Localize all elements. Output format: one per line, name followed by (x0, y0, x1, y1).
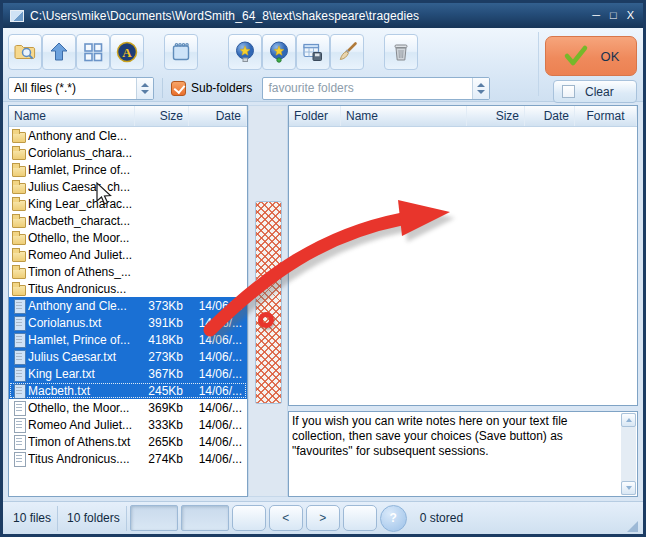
file-row[interactable]: Titus Andronicus... (9, 280, 247, 297)
status-panel (181, 505, 229, 531)
ok-button[interactable]: OK (545, 36, 637, 76)
notes-panel: If you wish you can write notes here on … (288, 411, 638, 497)
save-favourites-button[interactable] (296, 34, 330, 70)
resize-grip[interactable] (627, 521, 638, 532)
minimize-button[interactable]: ─ (592, 10, 600, 21)
font-button[interactable]: A (110, 34, 144, 70)
notes-scrollbar[interactable] (621, 413, 636, 495)
paint-button[interactable] (330, 34, 364, 70)
separator (162, 78, 163, 98)
file-row[interactable]: Timon of Athens.txt 265Kb 14/06/... (9, 433, 247, 450)
row-date: 14/06/... (187, 383, 247, 399)
column-header-date[interactable]: Date (189, 106, 247, 126)
row-name: Julius Caesar_ch... (28, 179, 137, 195)
notes-button[interactable] (164, 34, 198, 70)
drop-strip[interactable] (255, 201, 282, 404)
file-row[interactable]: Timon of Athens_... (9, 263, 247, 280)
scroll-down-button[interactable] (621, 481, 636, 495)
file-filter-spinner[interactable] (136, 78, 153, 99)
file-icon (9, 331, 28, 348)
file-filter-combo[interactable]: All files (*.*) (8, 77, 154, 100)
file-row[interactable]: Anthony and Cle... 373Kb 14/06/... (9, 297, 247, 314)
column-header-name[interactable]: Name (9, 106, 135, 126)
folder-icon (9, 212, 28, 229)
row-name: King Lear.txt (28, 366, 137, 382)
file-row[interactable]: Julius Caesar_ch... (9, 178, 247, 195)
help-button[interactable]: ? (380, 505, 407, 532)
column-header-size[interactable]: Size (135, 106, 189, 126)
tiles-view-button[interactable] (76, 34, 110, 70)
splitter-panel (248, 105, 288, 497)
file-row[interactable]: Hamlet, Prince of... 418Kb 14/06/... (9, 331, 247, 348)
parent-folder-button[interactable] (42, 34, 76, 70)
row-size: 245Kb (137, 383, 187, 399)
row-name: Coriolanus_chara... (28, 145, 137, 161)
ok-label: OK (601, 49, 620, 64)
subfolders-checkbox[interactable] (171, 81, 186, 96)
row-date: 14/06/... (187, 417, 247, 433)
file-row[interactable]: Julius Caesar.txt 273Kb 14/06/... (9, 348, 247, 365)
close-button[interactable]: X (627, 10, 634, 21)
file-row[interactable]: Othello, the Moor... 369Kb 14/06/... (9, 399, 247, 416)
row-size: 265Kb (137, 434, 187, 450)
source-list-header: Name Size Date (9, 106, 247, 127)
file-row[interactable]: Hamlet, Prince of... (9, 161, 247, 178)
row-name: Othello, the Moor... (28, 400, 137, 416)
delete-button[interactable] (384, 34, 418, 70)
save-grid-icon (301, 40, 325, 64)
toolbar-buttons: A (8, 34, 418, 70)
previous-button[interactable]: < (269, 505, 303, 531)
notes-textarea[interactable]: If you wish you can write notes here on … (289, 412, 621, 496)
file-row[interactable]: Coriolanus_chara... (9, 144, 247, 161)
folder-icon (9, 127, 28, 144)
file-row[interactable]: Romeo And Juliet... (9, 246, 247, 263)
column-header-size[interactable]: Size (467, 106, 525, 126)
blank-button[interactable] (232, 505, 266, 531)
svg-text:A: A (122, 45, 132, 60)
file-row[interactable]: King Lear_charac... (9, 195, 247, 212)
file-row[interactable]: King Lear.txt 367Kb 14/06/... (9, 365, 247, 382)
chosen-list-header: Folder Name Size Date Format (289, 106, 637, 127)
row-date: 14/06/... (187, 349, 247, 365)
folder-icon (9, 178, 28, 195)
grid-icon (81, 40, 105, 64)
row-size: 273Kb (137, 349, 187, 365)
row-date: 14/06/... (187, 298, 247, 314)
clear-label: Clear (585, 85, 614, 99)
column-header-folder[interactable]: Folder (289, 106, 341, 126)
favourite-folders-spinner[interactable] (472, 78, 489, 99)
row-date: 14/06/... (187, 400, 247, 416)
favourite-folders-combo[interactable]: favourite folders (262, 77, 490, 100)
file-row[interactable]: Anthony and Cle... (9, 127, 247, 144)
row-name: Julius Caesar.txt (28, 349, 137, 365)
folder-icon (9, 263, 28, 280)
file-row[interactable]: Coriolanus.txt 391Kb 14/06/... (9, 314, 247, 331)
row-name: Anthony and Cle... (28, 128, 137, 144)
file-row[interactable]: Macbeth_charact... (9, 212, 247, 229)
blank-button[interactable] (343, 505, 377, 531)
file-row[interactable]: Titus Andronicus.... 274Kb 14/06/... (9, 450, 247, 467)
file-row[interactable]: Othello, the Moor... (9, 229, 247, 246)
clear-button[interactable]: Clear (553, 80, 637, 103)
column-header-format[interactable]: Format (575, 106, 637, 126)
filter-row: All files (*.*) Sub-folders favourite fo… (8, 76, 490, 100)
folders-count: 10 folders (61, 506, 127, 531)
scroll-up-button[interactable] (621, 413, 636, 427)
row-name: Titus Andronicus... (28, 281, 137, 297)
next-button[interactable]: > (306, 505, 340, 531)
browse-folder-button[interactable] (8, 34, 42, 70)
column-header-date[interactable]: Date (525, 106, 575, 126)
file-row[interactable]: Macbeth.txt 245Kb 14/06/... (9, 382, 247, 399)
add-favourite-button[interactable] (262, 34, 296, 70)
titlebar[interactable]: C:\Users\mike\Documents\WordSmith_64_8\t… (3, 3, 643, 28)
files-count: 10 files (7, 506, 58, 531)
file-row[interactable]: Romeo And Juliet... 333Kb 14/06/... (9, 416, 247, 433)
favourite-folders-placeholder: favourite folders (263, 81, 472, 95)
maximize-button[interactable]: □ (610, 10, 617, 21)
column-header-name[interactable]: Name (341, 106, 467, 126)
favourites-button[interactable] (228, 34, 262, 70)
row-name: Titus Andronicus.... (28, 451, 137, 467)
status-panel (130, 505, 178, 531)
file-icon (9, 365, 28, 382)
statusbar: 10 files 10 folders < > ? 0 stored (3, 501, 643, 534)
